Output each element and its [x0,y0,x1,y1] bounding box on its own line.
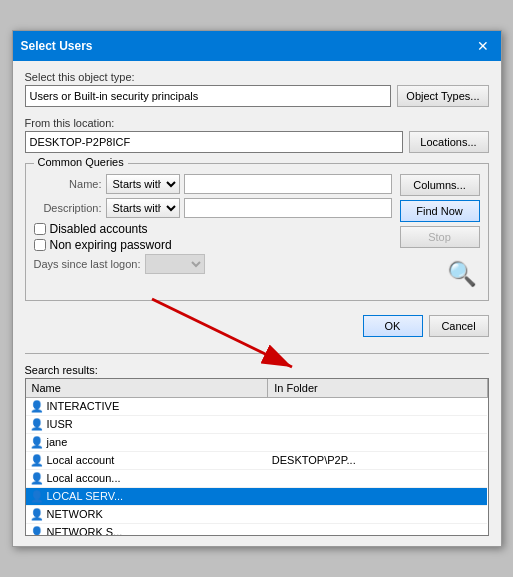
non-expiring-checkbox[interactable] [34,239,46,251]
results-table: Name In Folder 👤INTERACTIVE👤IUSR👤jane👤Lo… [26,379,488,536]
cancel-button[interactable]: Cancel [429,315,489,337]
result-name-cell: 👤NETWORK S... [26,523,268,536]
col-name-header: Name [26,379,268,397]
table-row[interactable]: 👤NETWORK [26,505,488,523]
locations-button[interactable]: Locations... [409,131,489,153]
result-name-cell: 👤LOCAL SERV... [26,487,268,505]
result-folder-cell [268,523,487,536]
dialog-body: Select this object type: Object Types...… [13,61,501,546]
result-folder-cell [268,505,487,523]
common-queries-legend: Common Queries [34,156,128,168]
ok-cancel-row: OK Cancel [25,315,489,337]
desc-query-label: Description: [34,202,102,214]
name-query-label: Name: [34,178,102,190]
object-type-section: Select this object type: Object Types... [25,71,489,111]
result-folder-cell [268,487,487,505]
table-row[interactable]: 👤LOCAL SERV... [26,487,488,505]
disabled-accounts-label: Disabled accounts [50,222,148,236]
desc-query-row: Description: Starts with [34,198,392,218]
location-section: From this location: Locations... [25,117,489,157]
result-folder-cell [268,397,487,415]
table-header-row: Name In Folder [26,379,488,397]
result-folder-cell [268,415,487,433]
name-query-row: Name: Starts with [34,174,392,194]
common-queries-group: Common Queries Name: Starts with [25,163,489,301]
table-row[interactable]: 👤NETWORK S... [26,523,488,536]
stop-button[interactable]: Stop [400,226,480,248]
queries-and-buttons: Name: Starts with Description: Star [34,174,480,292]
queries-right: Columns... Find Now Stop 🔍 [392,174,480,292]
select-users-dialog: Select Users ✕ Select this object type: … [12,30,502,547]
location-row: Locations... [25,131,489,153]
result-name-cell: 👤jane [26,433,268,451]
desc-starts-with-select[interactable]: Starts with [106,198,180,218]
table-row[interactable]: 👤IUSR [26,415,488,433]
result-folder-cell: DESKTOP\P2P... [268,451,487,469]
object-type-input[interactable] [25,85,392,107]
ok-button[interactable]: OK [363,315,423,337]
non-expiring-label: Non expiring password [50,238,172,252]
result-name-cell: 👤Local accoun... [26,469,268,487]
non-expiring-row: Non expiring password [34,238,392,252]
queries-left: Name: Starts with Description: Star [34,174,392,292]
disabled-accounts-checkbox[interactable] [34,223,46,235]
search-icon-box: 🔍 [400,256,480,292]
search-icon: 🔍 [444,256,480,292]
table-row[interactable]: 👤Local accoun... [26,469,488,487]
columns-button[interactable]: Columns... [400,174,480,196]
object-types-button[interactable]: Object Types... [397,85,488,107]
common-queries-inner: Name: Starts with Description: Star [34,170,480,292]
title-bar: Select Users ✕ [13,31,501,61]
name-starts-with-select[interactable]: Starts with [106,174,180,194]
separator [25,353,489,354]
result-folder-cell [268,469,487,487]
days-row: Days since last logon: [34,254,392,274]
results-table-container[interactable]: Name In Folder 👤INTERACTIVE👤IUSR👤jane👤Lo… [25,378,489,536]
dialog-title: Select Users [21,39,93,53]
result-name-cell: 👤INTERACTIVE [26,397,268,415]
result-folder-cell [268,433,487,451]
name-query-input[interactable] [184,174,392,194]
table-row[interactable]: 👤Local accountDESKTOP\P2P... [26,451,488,469]
result-name-cell: 👤IUSR [26,415,268,433]
table-row[interactable]: 👤INTERACTIVE [26,397,488,415]
result-name-cell: 👤NETWORK [26,505,268,523]
table-row[interactable]: 👤jane [26,433,488,451]
result-name-cell: 👤Local account [26,451,268,469]
col-folder-header: In Folder [268,379,487,397]
object-type-label: Select this object type: [25,71,489,83]
location-input[interactable] [25,131,403,153]
object-type-row: Object Types... [25,85,489,107]
days-label: Days since last logon: [34,258,141,270]
search-results-section: Search results: Name In Folder 👤INTERACT… [25,364,489,536]
desc-query-input[interactable] [184,198,392,218]
search-results-label: Search results: [25,364,489,376]
days-combo-select[interactable] [145,254,205,274]
find-now-button[interactable]: Find Now [400,200,480,222]
close-button[interactable]: ✕ [473,39,493,53]
location-label: From this location: [25,117,489,129]
disabled-accounts-row: Disabled accounts [34,222,392,236]
